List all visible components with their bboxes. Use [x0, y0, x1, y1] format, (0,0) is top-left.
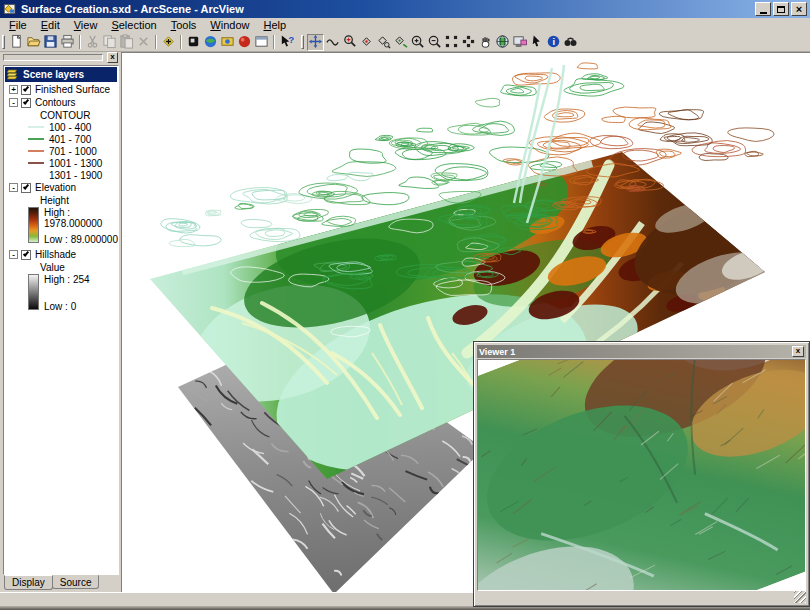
toc-toolbar-strip[interactable]: [3, 54, 103, 61]
center-on-target-button[interactable]: [358, 34, 375, 51]
add-viewer-button[interactable]: [511, 34, 528, 51]
set-observer-button[interactable]: [392, 34, 409, 51]
new-document-button[interactable]: [8, 34, 25, 51]
zoom-to-selected-button[interactable]: [460, 34, 477, 51]
add-data-button[interactable]: [160, 34, 177, 51]
layer-checkbox[interactable]: [21, 183, 31, 193]
toolbar-separator: [155, 35, 157, 49]
layer-checkbox[interactable]: [21, 85, 31, 95]
find-button[interactable]: [562, 34, 579, 51]
viewer-map: [478, 360, 806, 590]
scene-properties-button[interactable]: [185, 34, 202, 51]
layer-label[interactable]: Contours: [35, 97, 76, 108]
zoom-to-target-icon: [376, 34, 391, 51]
legend-line-swatch: [28, 150, 44, 152]
save-button[interactable]: [42, 34, 59, 51]
layer-checkbox[interactable]: [21, 250, 31, 260]
viewer-title-bar[interactable]: Viewer 1 x: [477, 345, 806, 358]
legend-class-label: 1301 - 1900: [49, 170, 102, 181]
legend-class-label: 1001 - 1300: [49, 158, 102, 169]
open-folder-button[interactable]: [25, 34, 42, 51]
command-line-button[interactable]: [253, 34, 270, 51]
layer-label[interactable]: Finished Surface: [35, 84, 110, 95]
zoom-in-out-button[interactable]: [341, 34, 358, 51]
collapse-icon[interactable]: -: [9, 250, 18, 259]
minimize-button[interactable]: [755, 2, 771, 16]
menu-window[interactable]: Window: [203, 19, 256, 32]
viewer-content[interactable]: [477, 359, 806, 591]
print-button[interactable]: [59, 34, 76, 51]
collapse-icon[interactable]: -: [9, 98, 18, 107]
legend-class-row: 401 - 700: [4, 133, 118, 145]
legend-class-label: 100 - 400: [49, 122, 91, 133]
pan-button[interactable]: [477, 34, 494, 51]
tab-display[interactable]: Display: [4, 575, 53, 590]
full-extent-button[interactable]: [443, 34, 460, 51]
paste-icon: [119, 34, 134, 51]
layers-icon: [7, 69, 20, 80]
find-icon: [563, 34, 578, 51]
toc-root-label: Scene layers: [23, 69, 84, 80]
menu-selection[interactable]: Selection: [104, 19, 163, 32]
toc-close-button[interactable]: x: [107, 52, 118, 63]
full-extent-icon: [444, 34, 459, 51]
layer-label[interactable]: Elevation: [35, 182, 76, 193]
zoom-to-selected-icon: [461, 34, 476, 51]
arcmap-button[interactable]: [219, 34, 236, 51]
arctoolbox-button[interactable]: [236, 34, 253, 51]
zoom-to-target-button[interactable]: [375, 34, 392, 51]
command-line-icon: [254, 34, 269, 51]
legend-ramp-row: High : 1978.000000Low : 89.000000: [4, 207, 118, 247]
title-bar[interactable]: Surface Creation.sxd - ArcScene - ArcVie…: [0, 0, 810, 18]
close-icon: x: [796, 346, 800, 355]
toolbar-grip[interactable]: [2, 35, 5, 49]
globe-view-button[interactable]: [494, 34, 511, 51]
legend-class-label: 701 - 1000: [49, 146, 97, 157]
fixed-zoom-out-button[interactable]: [426, 34, 443, 51]
maximize-icon: [777, 6, 785, 13]
toolbar-grip[interactable]: [301, 35, 304, 49]
globe-view-icon: [495, 34, 510, 51]
delete-button[interactable]: [135, 34, 152, 51]
select-features-button[interactable]: [528, 34, 545, 51]
whats-this-button[interactable]: ?: [278, 34, 295, 51]
ramp-labels: High : 1978.000000Low : 89.000000: [44, 207, 118, 245]
window-title: Surface Creation.sxd - ArcScene - ArcVie…: [21, 3, 753, 15]
layer-field-label: Height: [4, 194, 118, 206]
identify-icon: i: [546, 34, 561, 51]
ramp-low-label: Low : 89.000000: [44, 234, 118, 245]
layer-label[interactable]: Hillshade: [35, 249, 76, 260]
identify-button[interactable]: i: [545, 34, 562, 51]
expand-icon[interactable]: +: [9, 85, 18, 94]
toc-tabs: DisplaySource: [4, 575, 98, 590]
legend-line-swatch: [28, 138, 44, 140]
menu-file[interactable]: File: [2, 19, 34, 32]
viewer-resize-grip[interactable]: [794, 591, 806, 603]
menu-edit[interactable]: Edit: [34, 19, 67, 32]
arccatalog-button[interactable]: [202, 34, 219, 51]
toc-root-node[interactable]: Scene layers: [5, 67, 117, 82]
viewer-close-button[interactable]: x: [792, 346, 804, 357]
toc-layer-hillshade: -Hillshade: [4, 248, 118, 261]
collapse-icon[interactable]: -: [9, 183, 18, 192]
cut-button[interactable]: [84, 34, 101, 51]
maximize-button[interactable]: [773, 2, 789, 16]
arccatalog-icon: [203, 34, 218, 51]
paste-button[interactable]: [118, 34, 135, 51]
menu-tools[interactable]: Tools: [164, 19, 204, 32]
toc-layer-contours: -Contours: [4, 96, 118, 109]
fly-button[interactable]: [324, 34, 341, 51]
navigate-button[interactable]: [307, 34, 324, 51]
close-button[interactable]: ×: [791, 2, 807, 16]
legend-class-row: 1301 - 1900: [4, 169, 118, 181]
toc-dock: x Scene layers+Finished Surface-Contours…: [0, 52, 121, 592]
copy-button[interactable]: [101, 34, 118, 51]
fixed-zoom-in-button[interactable]: [409, 34, 426, 51]
menu-view[interactable]: View: [67, 19, 105, 32]
color-ramp: [28, 207, 39, 243]
menu-help[interactable]: Help: [256, 19, 293, 32]
legend-class-row: 701 - 1000: [4, 145, 118, 157]
tab-source[interactable]: Source: [52, 575, 100, 589]
layer-checkbox[interactable]: [21, 98, 31, 108]
scene-properties-icon: [186, 34, 201, 51]
